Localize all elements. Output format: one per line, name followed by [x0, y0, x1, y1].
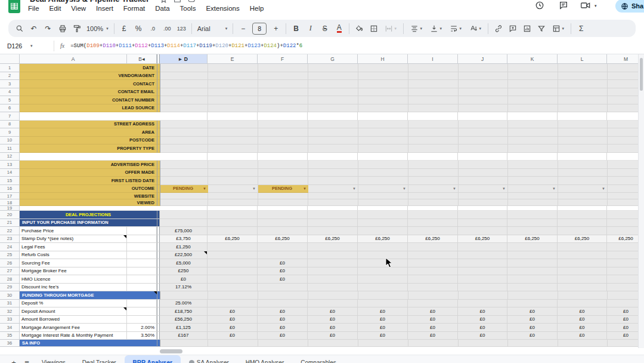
cell-J22[interactable]	[458, 227, 507, 235]
cell-H23[interactable]: £6,250	[358, 235, 408, 244]
sheet-tab-viewings[interactable]: Viewings	[33, 355, 74, 363]
cell-F23[interactable]: £6,250	[258, 235, 308, 244]
cell-B24[interactable]	[127, 243, 157, 251]
cell-J35[interactable]: £0	[458, 332, 507, 340]
cell-I33[interactable]: £0	[408, 316, 458, 324]
cell-J34[interactable]: £0	[458, 324, 507, 332]
cell-I31[interactable]	[408, 300, 458, 308]
cell-D28[interactable]: £0	[160, 275, 208, 284]
cell-I2[interactable]	[408, 72, 459, 81]
move-folder-icon[interactable]	[174, 0, 181, 4]
cell-I9[interactable]	[408, 128, 459, 137]
cell-J5[interactable]	[459, 96, 508, 104]
column-header-K[interactable]: K	[507, 54, 558, 64]
cell-J31[interactable]	[458, 300, 507, 308]
cell-I26[interactable]	[408, 259, 458, 267]
add-sheet-button[interactable]: +	[7, 355, 20, 363]
cell-E8[interactable]	[208, 121, 258, 129]
cell-D18[interactable]	[160, 199, 208, 206]
toolbar-merge-cells[interactable]: ▾	[381, 21, 400, 36]
row-header-36[interactable]: 36	[0, 340, 20, 347]
menu-file[interactable]: File	[28, 5, 39, 12]
cell-L25[interactable]	[558, 251, 607, 260]
cell-K24[interactable]	[507, 243, 558, 251]
cell-A31[interactable]: Deposit %	[20, 300, 127, 308]
cell-E16[interactable]: ▼	[208, 185, 258, 193]
cell-E19[interactable]	[208, 206, 258, 211]
menu-insert[interactable]: Insert	[96, 5, 113, 12]
cell-G19[interactable]	[308, 206, 358, 211]
dropdown-arrow-icon[interactable]: ▼	[303, 187, 306, 190]
cell-J6[interactable]	[459, 104, 508, 113]
cell-D24[interactable]: £1,250	[160, 243, 208, 251]
cell-K7[interactable]	[507, 112, 558, 121]
cell-E34[interactable]: £0	[208, 324, 258, 332]
cell-G7[interactable]	[308, 112, 358, 121]
cell-G11[interactable]	[308, 144, 358, 153]
toolbar-text-wrap[interactable]: ▾	[446, 21, 465, 36]
cell-J9[interactable]	[459, 128, 508, 137]
cell-F3[interactable]	[258, 80, 308, 88]
cell-H35[interactable]: £0	[358, 332, 408, 340]
cell-B25[interactable]	[127, 251, 157, 260]
expand-right-icon[interactable]: ▶	[179, 57, 182, 61]
cell-K3[interactable]	[508, 80, 558, 88]
cell-K31[interactable]	[507, 300, 558, 308]
row-header-28[interactable]: 28	[0, 275, 20, 284]
cell-H21[interactable]	[358, 219, 408, 227]
cell-H6[interactable]	[358, 104, 408, 113]
cell-D22[interactable]: £75,000	[160, 227, 208, 235]
cell-K23[interactable]: £6,250	[507, 235, 558, 244]
row-header-34[interactable]: 34	[0, 324, 20, 332]
cell-L16[interactable]: ▼	[558, 185, 608, 193]
cell-K12[interactable]	[507, 153, 558, 161]
cell-F1[interactable]	[258, 64, 308, 72]
row-header-21[interactable]: 21	[0, 219, 20, 227]
cell-E1[interactable]	[208, 64, 258, 72]
cell-D20[interactable]	[160, 211, 208, 219]
column-header-B[interactable]: B ◀	[127, 54, 157, 64]
toolbar-print[interactable]	[55, 21, 69, 36]
cell-B33[interactable]	[127, 316, 157, 324]
row-header-16[interactable]: 16	[0, 185, 20, 193]
column-header-J[interactable]: J	[458, 54, 507, 64]
cell-K17[interactable]	[508, 193, 558, 199]
cell-A33[interactable]: Amount Borrowed	[20, 316, 127, 324]
cell-H1[interactable]	[358, 64, 408, 72]
cell-K13[interactable]	[508, 161, 558, 169]
row-header-3[interactable]: 3	[0, 80, 20, 88]
cell-J10[interactable]	[459, 137, 508, 145]
row-header-1[interactable]: 1	[0, 64, 20, 72]
row-header-33[interactable]: 33	[0, 316, 20, 324]
cell-F24[interactable]	[258, 243, 308, 251]
row-header-26[interactable]: 26	[0, 259, 20, 267]
row-header-2[interactable]: 2	[0, 72, 20, 81]
cell-G12[interactable]	[308, 153, 358, 161]
cell-I32[interactable]: £0	[408, 307, 458, 316]
cell-J30[interactable]	[459, 291, 508, 300]
cell-I28[interactable]	[408, 275, 458, 284]
cell-L29[interactable]	[558, 284, 607, 292]
cell-L2[interactable]	[558, 72, 608, 81]
cell-A6[interactable]: LEAD SOURCE	[20, 104, 157, 113]
cell-L6[interactable]	[558, 104, 608, 113]
toolbar-decrease-font-size[interactable]: −	[236, 21, 250, 36]
cell-J16[interactable]: ▼	[459, 185, 508, 193]
cell-F26[interactable]: £0	[258, 259, 308, 267]
cell-L22[interactable]	[558, 227, 607, 235]
cell-G33[interactable]: £0	[308, 316, 358, 324]
cell-K22[interactable]	[507, 227, 558, 235]
column-header-F[interactable]: F	[258, 54, 308, 64]
cell-I20[interactable]	[408, 211, 458, 219]
cell-A15[interactable]: FIRST LISTED DATE	[20, 177, 157, 185]
toolbar-more-formats[interactable]: 123	[175, 21, 188, 36]
cell-H14[interactable]	[358, 169, 408, 177]
cell-D36[interactable]	[160, 340, 208, 347]
cell-K8[interactable]	[508, 121, 558, 129]
cell-D14[interactable]	[160, 169, 208, 177]
cell-B23[interactable]	[127, 235, 157, 244]
column-header-L[interactable]: L	[558, 54, 607, 64]
sheets-logo-icon[interactable]	[8, 0, 20, 13]
cell-I22[interactable]	[408, 227, 458, 235]
cell-K29[interactable]	[507, 284, 558, 292]
